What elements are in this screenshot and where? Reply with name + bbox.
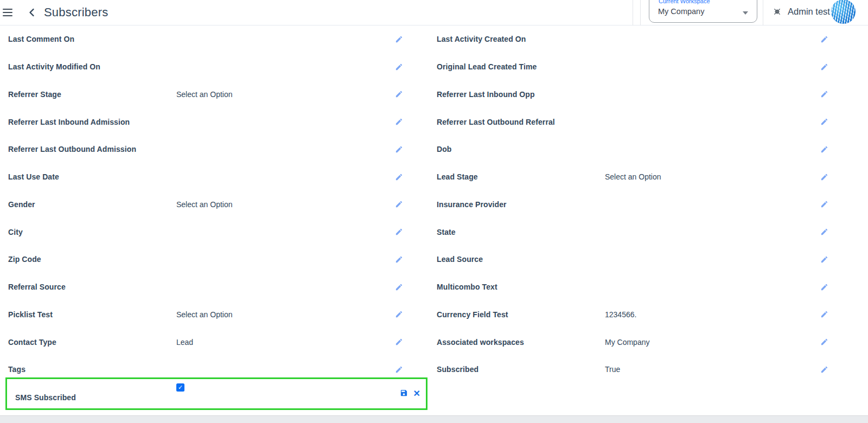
- pencil-icon: [820, 310, 828, 318]
- edit-field-button[interactable]: [812, 334, 837, 350]
- field-label: Gender: [0, 200, 176, 209]
- field-row: Referrer Last Outbound Referral: [429, 108, 868, 136]
- pencil-icon: [820, 366, 828, 374]
- caret-down-icon: [743, 11, 748, 15]
- floppy-disk-icon: [400, 389, 408, 397]
- edit-field-button[interactable]: [812, 224, 837, 240]
- field-label: Last Activity Created On: [429, 35, 605, 43]
- pencil-icon: [820, 173, 828, 181]
- field-row: Last Activity Modified On: [0, 53, 429, 81]
- field-label: Lead Stage: [429, 172, 605, 181]
- edit-field-button[interactable]: [812, 196, 837, 213]
- edit-field-button[interactable]: [387, 196, 411, 213]
- pencil-icon: [395, 173, 403, 181]
- field-label: Referrer Last Outbound Admission: [0, 145, 176, 153]
- save-button[interactable]: [399, 389, 409, 398]
- workspace-select-label: Current Workspace: [656, 0, 712, 4]
- field-row: Last Activity Created On: [429, 25, 868, 53]
- pencil-icon: [395, 338, 403, 346]
- field-value: My Company: [605, 338, 812, 347]
- edit-field-button[interactable]: [387, 114, 411, 130]
- edit-field-button[interactable]: [387, 59, 411, 75]
- field-label: Last Comment On: [0, 35, 176, 43]
- field-row: Referrer Last Inbound Opp: [429, 81, 868, 108]
- pencil-icon: [820, 228, 828, 236]
- field-row: SubscribedTrue: [429, 356, 868, 383]
- field-label: Insurance Provider: [429, 200, 605, 209]
- field-row: Picklist TestSelect an Option: [0, 301, 429, 329]
- edit-field-button[interactable]: [812, 279, 837, 295]
- edit-field-button[interactable]: [812, 306, 837, 323]
- app-header: Subscribers Current Workspace My Company…: [0, 0, 868, 25]
- pencil-icon: [395, 283, 403, 291]
- field-row: Insurance Provider: [429, 191, 868, 219]
- field-value: Select an Option: [176, 310, 387, 319]
- editing-field-row: SMS Subscribed✓✕: [5, 377, 427, 410]
- fields-column-right: Last Activity Created OnOriginal Lead Cr…: [429, 25, 868, 410]
- pencil-icon: [395, 118, 403, 126]
- menu-icon[interactable]: [3, 4, 19, 21]
- field-label: Multicombo Text: [429, 283, 605, 291]
- pencil-icon: [820, 200, 828, 208]
- edit-field-button[interactable]: [812, 31, 837, 47]
- fields-column-left: Last Comment OnLast Activity Modified On…: [0, 25, 429, 410]
- pencil-icon: [820, 338, 828, 346]
- pencil-icon: [395, 200, 403, 208]
- fullscreen-button[interactable]: [772, 7, 784, 18]
- edit-field-button[interactable]: [812, 361, 837, 377]
- edit-field-button[interactable]: [812, 86, 837, 102]
- field-label: Referrer Last Inbound Admission: [0, 118, 176, 126]
- field-row: City: [0, 218, 429, 246]
- edit-field-button[interactable]: [387, 169, 411, 185]
- edit-field-button[interactable]: [812, 251, 837, 267]
- pencil-icon: [820, 90, 828, 98]
- compress-arrows-icon: [772, 7, 782, 17]
- workspace-select[interactable]: Current Workspace My Company: [649, 0, 757, 23]
- field-row: Referrer StageSelect an Option: [0, 81, 429, 108]
- field-label: Lead Source: [429, 255, 605, 264]
- pencil-icon: [395, 310, 403, 318]
- edit-field-button[interactable]: [812, 169, 837, 185]
- edit-field-button[interactable]: [387, 306, 411, 323]
- edit-field-button[interactable]: [387, 279, 411, 295]
- field-value: Lead: [176, 338, 387, 347]
- header-divider: [763, 0, 763, 25]
- edit-field-button[interactable]: [387, 334, 411, 350]
- page-title: Subscribers: [44, 5, 108, 20]
- edit-field-button[interactable]: [812, 114, 837, 130]
- field-label: Last Activity Modified On: [0, 62, 176, 71]
- field-value: Select an Option: [605, 172, 812, 181]
- field-label: Last Use Date: [0, 172, 176, 181]
- edit-field-button[interactable]: [387, 361, 411, 377]
- cancel-button[interactable]: ✕: [413, 389, 420, 398]
- edit-field-button[interactable]: [812, 141, 837, 157]
- field-row: Referral Source: [0, 273, 429, 301]
- pencil-icon: [395, 90, 403, 98]
- horizontal-scrollbar[interactable]: [0, 415, 868, 423]
- sms-subscribed-checkbox[interactable]: ✓: [176, 383, 184, 392]
- field-label: Associated workspaces: [429, 338, 605, 347]
- pencil-icon: [395, 35, 403, 43]
- field-row: Last Comment On: [0, 25, 429, 53]
- field-label: Referrer Stage: [0, 90, 176, 99]
- field-label: Tags: [0, 365, 176, 374]
- user-name: Admin test: [788, 7, 830, 17]
- pencil-icon: [820, 255, 828, 264]
- edit-field-button[interactable]: [387, 251, 411, 267]
- edit-field-button[interactable]: [387, 141, 411, 157]
- edit-field-button[interactable]: [387, 224, 411, 240]
- edit-field-button[interactable]: [812, 59, 837, 75]
- chevron-left-icon: [28, 8, 36, 17]
- back-button[interactable]: [25, 6, 39, 19]
- field-row: Last Use Date: [0, 163, 429, 191]
- field-row: Referrer Last Inbound Admission: [0, 108, 429, 136]
- field-row: Referrer Last Outbound Admission: [0, 136, 429, 163]
- edit-field-button[interactable]: [387, 86, 411, 102]
- field-value: Select an Option: [176, 90, 387, 99]
- field-label: SMS Subscribed: [7, 393, 176, 408]
- avatar[interactable]: [831, 0, 856, 24]
- edit-field-button[interactable]: [387, 31, 411, 47]
- pencil-icon: [395, 228, 403, 236]
- field-label: Referral Source: [0, 283, 176, 291]
- field-label: Dob: [429, 145, 605, 153]
